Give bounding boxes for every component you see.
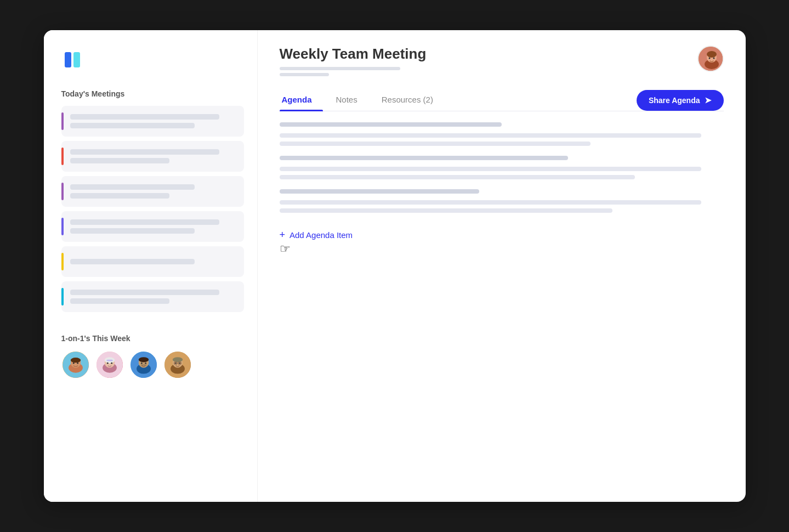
meeting-content [70,183,236,200]
sidebar: Today's Meetings [44,30,258,502]
meeting-item[interactable] [61,211,244,242]
avatar[interactable] [163,350,192,379]
svg-point-7 [77,363,78,364]
skeleton-line [70,149,220,155]
svg-point-13 [111,363,112,364]
svg-rect-14 [106,360,112,361]
agenda-skeleton-line [280,175,635,179]
meeting-list [61,106,244,312]
svg-point-37 [708,58,710,59]
title-decoration-line [280,73,329,76]
meeting-title-section: Weekly Team Meeting [280,46,427,76]
meeting-content [70,112,236,130]
meeting-accent [61,183,64,200]
skeleton-line [70,259,195,264]
top-bar: Weekly Team Meeting [280,46,724,76]
meeting-item[interactable] [61,281,244,312]
share-agenda-label: Share Agenda [649,96,700,105]
meeting-item[interactable] [61,246,244,277]
skeleton-line [70,228,195,234]
cursor-pointer: ☞ [280,242,724,256]
agenda-header-skeleton [280,189,480,194]
agenda-skeleton-line [280,200,702,205]
agenda-skeleton-line [280,208,613,213]
main-content: Weekly Team Meeting Ag [258,30,746,502]
svg-rect-0 [65,52,71,67]
svg-rect-1 [73,52,80,67]
tab-agenda[interactable]: Agenda [280,89,323,111]
svg-point-36 [707,51,717,58]
one-on-ones-label: 1-on-1's This Week [61,334,244,343]
meeting-accent [61,112,64,130]
app-logo[interactable] [61,48,86,72]
agenda-section [280,122,724,146]
todays-meetings-label: Today's Meetings [61,89,244,98]
meeting-accent [61,148,64,165]
skeleton-line [70,193,170,199]
skeleton-line [70,184,195,190]
meeting-accent [61,253,64,270]
meeting-item[interactable] [61,141,244,172]
skeleton-line [70,114,220,120]
agenda-skeleton-line [280,142,591,146]
title-decoration-line [280,67,400,70]
meeting-content [70,148,236,165]
skeleton-line [70,158,170,163]
avatar-face [63,352,89,378]
add-agenda-item-button[interactable]: + Add Agenda Item [280,229,724,241]
avatar[interactable] [95,350,124,379]
svg-rect-21 [140,364,146,366]
avatar[interactable] [61,350,90,379]
svg-point-18 [138,357,148,362]
meeting-content [70,253,236,270]
meeting-content [70,218,236,235]
agenda-skeleton-line [280,167,702,171]
svg-point-12 [106,363,108,364]
svg-point-25 [172,357,182,362]
user-avatar[interactable] [697,46,724,72]
title-underlines [280,67,427,76]
tab-notes[interactable]: Notes [334,89,368,111]
agenda-section [280,156,724,179]
skeleton-line [70,219,220,225]
meeting-item[interactable] [61,106,244,137]
agenda-section [280,189,724,213]
agenda-body-lines [280,200,724,213]
tabs-bar: Agenda Notes Resources (2) Share Agenda … [280,89,724,111]
meeting-content [70,288,236,305]
add-agenda-label: Add Agenda Item [290,230,353,240]
tab-resources[interactable]: Resources (2) [379,89,444,111]
agenda-header-skeleton [280,156,569,160]
meeting-item[interactable] [61,176,244,207]
svg-point-5 [70,358,80,363]
plus-icon: + [280,229,286,241]
skeleton-line [70,290,220,295]
skeleton-line [70,298,170,304]
one-on-ones-section: 1-on-1's This Week [61,334,244,379]
share-agenda-button[interactable]: Share Agenda ➤ [637,90,724,111]
meeting-accent [61,288,64,305]
agenda-skeleton-line [280,133,702,138]
app-window: Today's Meetings [44,30,746,502]
skeleton-line [70,123,195,128]
meeting-title: Weekly Team Meeting [280,46,427,63]
meeting-accent [61,218,64,235]
avatar-face [164,352,191,378]
agenda-body-lines [280,167,724,179]
agenda-content: + Add Agenda Item ☞ [280,122,724,256]
agenda-body-lines [280,133,724,146]
avatar-face [97,352,123,378]
avatar-face [130,352,157,378]
svg-point-6 [72,363,74,364]
avatar[interactable] [129,350,158,379]
agenda-header-skeleton [280,122,502,127]
svg-point-38 [713,58,714,59]
one-on-ones-avatars [61,350,244,379]
send-icon: ➤ [705,95,712,105]
